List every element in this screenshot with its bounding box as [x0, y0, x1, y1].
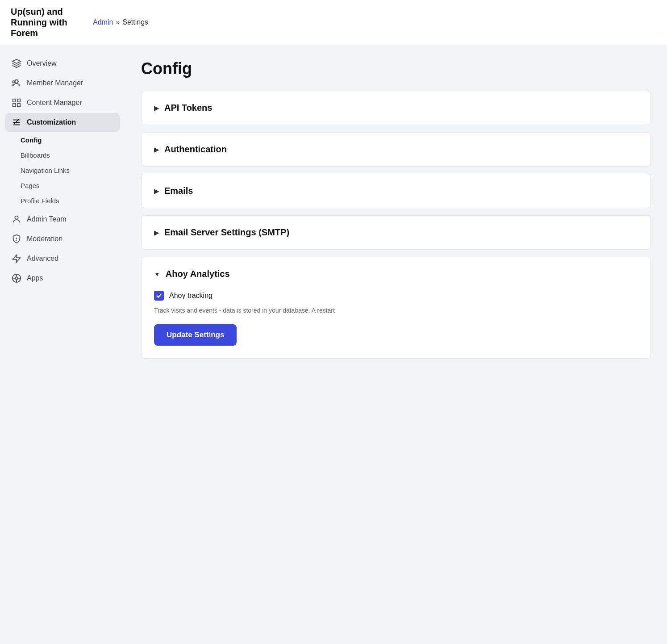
svg-point-12	[15, 216, 18, 219]
layers-icon	[12, 59, 21, 68]
grid-icon	[12, 98, 21, 108]
svg-point-16	[15, 277, 18, 280]
sidebar-item-admin-team[interactable]: Admin Team	[5, 210, 120, 229]
breadcrumb-separator: »	[116, 18, 120, 26]
accordion-header-authentication[interactable]: ▶ Authentication	[142, 133, 650, 166]
sidebar-sub-menu: Config Billboards Navigation Links Pages…	[5, 133, 120, 208]
accordion-api-tokens: ▶ API Tokens	[141, 91, 651, 125]
sidebar-item-advanced[interactable]: Advanced	[5, 249, 120, 268]
sidebar-customization-label: Customization	[27, 118, 76, 126]
sidebar-sub-billboards[interactable]: Billboards	[14, 148, 120, 163]
breadcrumb-current: Settings	[122, 18, 148, 26]
sidebar-sub-profile-fields[interactable]: Profile Fields	[14, 193, 120, 208]
sidebar-apps-label: Apps	[27, 274, 43, 282]
accordion-emails: ▶ Emails	[141, 174, 651, 208]
sidebar-advanced-label: Advanced	[27, 255, 58, 263]
svg-point-3	[13, 81, 15, 83]
update-settings-button[interactable]: Update Settings	[154, 324, 237, 346]
apps-icon	[12, 273, 21, 283]
tool-icon	[12, 117, 21, 127]
sidebar-item-content-manager[interactable]: Content Manager	[5, 93, 120, 112]
ahoy-tracking-row: Ahoy tracking	[154, 291, 638, 301]
accordion-label-ahoy: Ahoy Analytics	[166, 269, 230, 279]
sidebar: Overview Member Manager	[0, 45, 125, 644]
sidebar-item-customization[interactable]: Customization	[5, 113, 120, 132]
breadcrumb: Admin » Settings	[93, 18, 148, 26]
svg-rect-5	[17, 99, 20, 102]
sidebar-item-apps[interactable]: Apps	[5, 269, 120, 288]
ahoy-tracking-checkbox[interactable]	[154, 291, 164, 301]
breadcrumb-admin[interactable]: Admin	[93, 18, 113, 26]
accordion-ahoy-analytics: ▼ Ahoy Analytics Ahoy tracking Track vis…	[141, 257, 651, 359]
accordion-header-api-tokens[interactable]: ▶ API Tokens	[142, 91, 650, 125]
sidebar-sub-navigation-links[interactable]: Navigation Links	[14, 163, 120, 178]
person-icon	[12, 214, 21, 224]
accordion-body-ahoy: Ahoy tracking Track visits and events - …	[142, 291, 650, 358]
accordion-header-emails[interactable]: ▶ Emails	[142, 174, 650, 208]
ahoy-tracking-label: Ahoy tracking	[169, 292, 213, 300]
lightning-icon	[12, 254, 21, 263]
svg-rect-4	[13, 99, 16, 102]
layout: Overview Member Manager	[0, 45, 667, 644]
accordion-header-ahoy[interactable]: ▼ Ahoy Analytics	[142, 257, 650, 291]
arrow-emails: ▶	[154, 188, 159, 195]
shield-icon	[12, 234, 21, 244]
accordion-label-authentication: Authentication	[164, 144, 227, 155]
sidebar-item-overview[interactable]: Overview	[5, 54, 120, 73]
accordion-label-email-server: Email Server Settings (SMTP)	[164, 227, 289, 238]
sidebar-content-label: Content Manager	[27, 99, 82, 107]
accordion-label-api-tokens: API Tokens	[164, 103, 212, 113]
accordion-label-emails: Emails	[164, 186, 193, 196]
main-content: Config ▶ API Tokens ▶ Authentication ▶ E…	[125, 45, 667, 644]
site-title: Up(sun) and Running with Forem	[11, 6, 82, 38]
arrow-authentication: ▶	[154, 146, 159, 153]
svg-point-14	[17, 240, 17, 241]
users-icon	[12, 78, 21, 88]
ahoy-description: Track visits and events - data is stored…	[154, 306, 638, 315]
sidebar-admin-team-label: Admin Team	[27, 215, 67, 223]
sidebar-item-member-manager[interactable]: Member Manager	[5, 74, 120, 92]
svg-point-2	[15, 80, 18, 83]
accordion-authentication: ▶ Authentication	[141, 132, 651, 167]
arrow-ahoy: ▼	[154, 271, 160, 278]
header: Up(sun) and Running with Forem Admin » S…	[0, 0, 667, 45]
accordion-email-server: ▶ Email Server Settings (SMTP)	[141, 215, 651, 250]
sidebar-member-label: Member Manager	[27, 79, 83, 87]
svg-marker-0	[13, 59, 21, 63]
arrow-api-tokens: ▶	[154, 105, 159, 112]
sidebar-item-moderation[interactable]: Moderation	[5, 230, 120, 248]
svg-rect-7	[17, 104, 20, 106]
sidebar-sub-config[interactable]: Config	[14, 133, 120, 147]
page-title: Config	[141, 59, 651, 78]
svg-rect-6	[13, 104, 16, 106]
sidebar-sub-pages[interactable]: Pages	[14, 178, 120, 193]
sidebar-overview-label: Overview	[27, 59, 57, 67]
sidebar-moderation-label: Moderation	[27, 235, 63, 243]
arrow-email-server: ▶	[154, 229, 159, 236]
accordion-header-email-server[interactable]: ▶ Email Server Settings (SMTP)	[142, 216, 650, 249]
